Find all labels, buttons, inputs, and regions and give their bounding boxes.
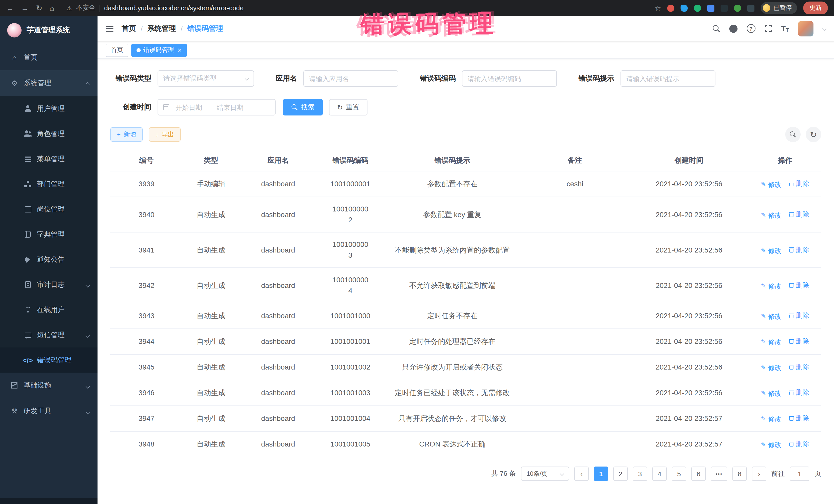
page-button-3[interactable]: 3 [633, 466, 647, 481]
edit-link[interactable]: ✎修改 [761, 363, 782, 373]
end-date-input[interactable] [214, 104, 247, 111]
search-icon[interactable] [712, 25, 720, 32]
sidebar-item-dict-management[interactable]: 字典管理 [0, 222, 97, 247]
extension-icon[interactable] [734, 4, 741, 12]
reset-button[interactable]: ↻ 重置 [329, 99, 368, 115]
filter-error-code: 错误码编码 [420, 70, 557, 87]
app-name-input[interactable] [309, 75, 393, 82]
add-button[interactable]: + 新增 [110, 127, 143, 141]
delete-link[interactable]: 删除 [789, 310, 809, 321]
extension-icon[interactable] [667, 4, 674, 12]
trash-icon [789, 211, 794, 217]
sidebar-item-dev-tools[interactable]: ⚒ 研发工具 [0, 398, 97, 424]
sidebar-item-audit-log[interactable]: 审计日志 [0, 272, 97, 297]
puzzle-extension-icon[interactable] [747, 4, 754, 12]
fullscreen-icon[interactable] [765, 25, 772, 32]
close-icon[interactable]: × [178, 47, 181, 53]
browser-update-button[interactable]: 更新 [803, 2, 828, 14]
page-button-8[interactable]: 8 [732, 466, 747, 481]
sidebar-item-system-management[interactable]: ⚙ 系统管理 [0, 70, 97, 96]
sidebar-item-department-management[interactable]: 部门管理 [0, 171, 97, 197]
sidebar-item-user-management[interactable]: 用户管理 [0, 96, 97, 121]
extension-icon[interactable] [681, 4, 688, 12]
delete-link[interactable]: 删除 [789, 438, 809, 449]
delete-link[interactable]: 删除 [789, 336, 809, 346]
delete-link[interactable]: 删除 [789, 280, 809, 290]
font-size-small-glyph: T [786, 27, 789, 33]
sidebar-item-post-management[interactable]: 岗位管理 [0, 197, 97, 222]
error-code-input[interactable] [467, 75, 551, 82]
sidebar-collapse-bar[interactable] [0, 498, 97, 504]
logo[interactable]: 芋道管理系统 [0, 16, 97, 45]
breadcrumb-section[interactable]: 系统管理 [147, 24, 176, 33]
profile-paused-badge[interactable]: 已暂停 [761, 2, 797, 14]
sidebar-item-error-code-management[interactable]: </> 错误码管理 [0, 348, 97, 373]
browser-home-icon[interactable]: ⌂ [49, 4, 54, 12]
page-button-6[interactable]: 6 [691, 466, 706, 481]
edit-link[interactable]: ✎修改 [761, 179, 782, 190]
forward-icon[interactable]: → [21, 4, 29, 12]
reload-icon[interactable]: ↻ [36, 4, 42, 12]
date-range-picker[interactable]: - [158, 99, 276, 115]
bookmark-star-icon[interactable]: ☆ [655, 4, 661, 12]
prev-page-button[interactable]: ‹ [574, 466, 589, 481]
extension-icon[interactable] [694, 4, 701, 12]
edit-link[interactable]: ✎修改 [761, 388, 782, 399]
cell-message: 只有开启状态的任务，才可以修改 [384, 406, 521, 431]
extension-icon[interactable] [707, 4, 715, 12]
extension-icon[interactable] [721, 4, 728, 12]
page-button-1[interactable]: 1 [594, 466, 608, 481]
sidebar-item-infrastructure[interactable]: 基础设施 [0, 373, 97, 398]
sidebar-item-notice[interactable]: 通知公告 [0, 247, 97, 272]
address-bar[interactable]: ⚠ 不安全 dashboard.yudao.iocoder.cn/system/… [66, 4, 648, 12]
page-button-5[interactable]: 5 [672, 466, 686, 481]
tab-home[interactable]: 首页 [106, 43, 128, 57]
sidebar-item-role-management[interactable]: 角色管理 [0, 121, 97, 146]
breadcrumb-home[interactable]: 首页 [122, 24, 136, 33]
delete-label: 删除 [796, 361, 809, 372]
delete-link[interactable]: 删除 [789, 413, 809, 423]
delete-link[interactable]: 删除 [789, 361, 809, 372]
tab-error-code[interactable]: 错误码管理 × [131, 43, 186, 57]
refresh-table-button[interactable]: ↻ [806, 127, 821, 142]
sidebar-item-sms-management[interactable]: 短信管理 [0, 322, 97, 348]
delete-link[interactable]: 删除 [789, 244, 809, 255]
search-button[interactable]: 搜索 [283, 99, 323, 115]
sidebar-item-home[interactable]: ⌂ 首页 [0, 45, 97, 70]
trash-icon [789, 364, 794, 370]
delete-link[interactable]: 删除 [789, 178, 809, 189]
error-hint-field [620, 70, 716, 87]
edit-link[interactable]: ✎修改 [761, 414, 782, 424]
sidebar-item-menu-management[interactable]: 菜单管理 [0, 146, 97, 171]
chevron-down-icon[interactable] [823, 27, 826, 30]
edit-link[interactable]: ✎修改 [761, 311, 782, 322]
export-button[interactable]: ↓ 导出 [149, 127, 181, 141]
hamburger-icon[interactable] [106, 25, 113, 31]
start-date-input[interactable] [172, 104, 205, 111]
filter-label: 应用名 [276, 74, 297, 83]
page-button-2[interactable]: 2 [613, 466, 628, 481]
edit-link[interactable]: ✎修改 [761, 337, 782, 348]
font-size-icon[interactable]: TT [781, 24, 789, 33]
column-header-actions: 操作 [749, 150, 821, 171]
delete-link[interactable]: 删除 [789, 387, 809, 398]
github-icon[interactable] [729, 24, 737, 32]
back-icon[interactable]: ← [6, 4, 14, 12]
error-hint-input[interactable] [626, 75, 710, 82]
page-button-4[interactable]: 4 [652, 466, 667, 481]
help-icon[interactable]: ? [746, 24, 755, 33]
sidebar-item-online-users[interactable]: 在线用户 [0, 297, 97, 322]
toggle-search-button[interactable] [785, 127, 800, 142]
user-avatar[interactable] [798, 21, 813, 36]
table-row: 3944 自动生成 dashboard 1001001001 定时任务的处理器已… [110, 329, 821, 354]
edit-link[interactable]: ✎修改 [761, 439, 782, 450]
edit-link[interactable]: ✎修改 [761, 245, 782, 256]
edit-link[interactable]: ✎修改 [761, 281, 782, 291]
page-size-select[interactable]: 10条/页 [521, 466, 569, 481]
more-pages-button[interactable]: ••• [711, 466, 727, 481]
goto-page-input[interactable] [790, 466, 809, 481]
next-page-button[interactable]: › [752, 466, 766, 481]
edit-link[interactable]: ✎修改 [761, 210, 782, 220]
error-type-select[interactable]: 请选择错误码类型 [158, 70, 254, 87]
delete-link[interactable]: 删除 [789, 209, 809, 219]
